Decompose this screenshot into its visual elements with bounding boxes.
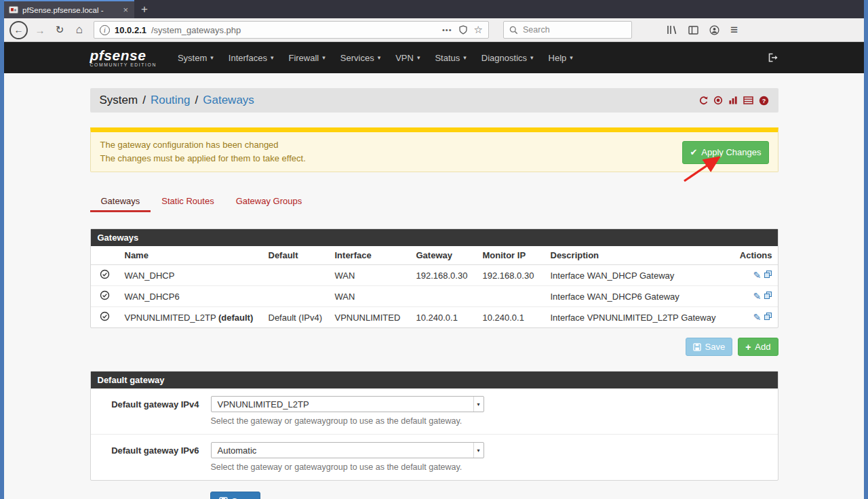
url-host: 10.0.2.1 bbox=[115, 25, 146, 35]
shield-icon[interactable] bbox=[458, 25, 468, 35]
table-row: WAN_DHCP WAN 192.168.0.30 192.168.0.30 I… bbox=[91, 265, 778, 286]
search-icon bbox=[509, 26, 518, 35]
pfsense-logo[interactable]: pfsense COMMUNITY EDITION bbox=[90, 49, 157, 67]
ipv4-help-text: Select the gateway or gatewaygroup to us… bbox=[211, 416, 778, 426]
forward-icon[interactable]: → bbox=[33, 24, 47, 36]
pfsense-favicon bbox=[9, 5, 18, 15]
edit-icon[interactable]: ✎ bbox=[753, 270, 762, 281]
nav-item-vpn[interactable]: VPN▾ bbox=[388, 53, 427, 63]
copy-icon[interactable] bbox=[764, 270, 772, 279]
new-tab-button[interactable]: + bbox=[134, 0, 155, 18]
save-gateways-button[interactable]: Save bbox=[686, 338, 733, 356]
chart-bar-icon[interactable] bbox=[728, 96, 738, 105]
gateways-table: Name Default Interface Gateway Monitor I… bbox=[91, 246, 778, 327]
chevron-down-icon: ▾ bbox=[210, 54, 214, 61]
default-gateway-ipv4-select[interactable]: VPNUNLIMITED_L2TP ▾ bbox=[211, 396, 484, 412]
bookmark-star-icon[interactable]: ☆ bbox=[474, 24, 483, 36]
page-tabs: Gateways Static Routes Gateway Groups bbox=[90, 191, 778, 212]
gateway-enabled-icon bbox=[100, 311, 110, 321]
breadcrumb-link-gateways[interactable]: Gateways bbox=[203, 94, 254, 107]
browser-window: pfSense.pfsense.local - × + ← → ↻ ⌂ i 10… bbox=[4, 0, 864, 499]
apply-changes-alert: The gateway configuration has been chang… bbox=[90, 127, 778, 172]
chevron-down-icon: ▾ bbox=[570, 54, 573, 61]
copy-icon[interactable] bbox=[764, 291, 772, 300]
search-box[interactable] bbox=[503, 21, 632, 39]
add-gateway-button[interactable]: + Add bbox=[738, 338, 778, 356]
apply-changes-button[interactable]: ✔ Apply Changes bbox=[682, 141, 768, 164]
save-default-gateway-button[interactable]: Save bbox=[210, 492, 261, 499]
breadcrumb: System / Routing / Gateways ? bbox=[90, 88, 778, 113]
library-icon[interactable] bbox=[667, 25, 677, 35]
select-caret-icon: ▾ bbox=[473, 443, 484, 458]
tab-gateway-groups[interactable]: Gateway Groups bbox=[225, 191, 313, 212]
select-caret-icon: ▾ bbox=[473, 397, 484, 412]
status-dot-icon[interactable] bbox=[713, 96, 723, 105]
default-gateway-panel-title: Default gateway bbox=[91, 372, 778, 388]
svg-text:?: ? bbox=[762, 97, 766, 104]
chevron-down-icon: ▾ bbox=[463, 54, 467, 61]
copy-icon[interactable] bbox=[764, 312, 772, 321]
url-path: /system_gateways.php bbox=[151, 25, 241, 35]
search-input[interactable] bbox=[523, 25, 611, 35]
nav-item-status[interactable]: Status▾ bbox=[427, 53, 473, 63]
tab-title: pfSense.pfsense.local - bbox=[22, 6, 117, 14]
gateway-name: VPNUNLIMITED_L2TP (default) bbox=[119, 307, 263, 328]
nav-item-interfaces[interactable]: Interfaces▾ bbox=[221, 53, 281, 63]
nav-item-services[interactable]: Services▾ bbox=[333, 53, 388, 63]
tab-close-icon[interactable]: × bbox=[121, 5, 130, 15]
col-name: Name bbox=[119, 246, 263, 265]
breadcrumb-section: System bbox=[100, 94, 138, 107]
default-gateway-ipv6-select[interactable]: Automatic ▾ bbox=[211, 442, 484, 458]
table-row: VPNUNLIMITED_L2TP (default) Default (IPv… bbox=[91, 307, 778, 328]
nav-item-firewall[interactable]: Firewall▾ bbox=[281, 53, 332, 63]
gateway-enabled-icon bbox=[100, 290, 110, 300]
browser-tab[interactable]: pfSense.pfsense.local - × bbox=[4, 0, 134, 18]
edit-icon[interactable]: ✎ bbox=[753, 312, 762, 323]
gateway-name: WAN_DHCP bbox=[119, 265, 263, 286]
col-description: Description bbox=[545, 246, 734, 265]
col-gateway: Gateway bbox=[411, 246, 477, 265]
table-log-icon[interactable] bbox=[743, 96, 753, 105]
nav-item-system[interactable]: System▾ bbox=[170, 53, 221, 63]
plus-icon: + bbox=[745, 343, 751, 351]
ipv4-label: Default gateway IPv4 bbox=[91, 396, 199, 426]
breadcrumb-link-routing[interactable]: Routing bbox=[151, 94, 191, 107]
hamburger-menu-icon[interactable]: ≡ bbox=[730, 22, 738, 37]
chevron-down-icon: ▾ bbox=[417, 54, 420, 61]
col-default: Default bbox=[263, 246, 330, 265]
tab-static-routes[interactable]: Static Routes bbox=[151, 191, 224, 212]
check-icon: ✔ bbox=[690, 146, 697, 159]
col-actions: Actions bbox=[734, 246, 778, 265]
default-gateway-panel: Default gateway Default gateway IPv4 VPN… bbox=[90, 371, 778, 481]
col-interface: Interface bbox=[330, 246, 411, 265]
refresh-icon[interactable] bbox=[698, 96, 708, 105]
home-icon[interactable]: ⌂ bbox=[72, 23, 87, 37]
back-icon[interactable]: ← bbox=[9, 21, 28, 39]
pfsense-navbar: pfsense COMMUNITY EDITION System▾ Interf… bbox=[4, 42, 864, 73]
reload-icon[interactable]: ↻ bbox=[52, 24, 67, 36]
ipv6-help-text: Select the gateway or gatewaygroup to us… bbox=[211, 462, 778, 472]
account-icon[interactable] bbox=[709, 25, 719, 35]
table-header-row: Name Default Interface Gateway Monitor I… bbox=[91, 246, 778, 265]
site-info-icon[interactable]: i bbox=[100, 25, 110, 35]
gateway-enabled-icon bbox=[100, 269, 110, 279]
page-actions-icon[interactable]: ••• bbox=[442, 26, 452, 34]
edit-icon[interactable]: ✎ bbox=[753, 291, 762, 302]
alert-line-2: The changes must be applied for them to … bbox=[100, 152, 768, 165]
pfsense-page: pfsense COMMUNITY EDITION System▾ Interf… bbox=[4, 42, 864, 499]
url-bar[interactable]: i 10.0.2.1/system_gateways.php ••• ☆ bbox=[94, 21, 489, 39]
nav-item-help[interactable]: Help▾ bbox=[541, 53, 580, 63]
nav-item-diagnostics[interactable]: Diagnostics▾ bbox=[474, 53, 541, 63]
tab-gateways[interactable]: Gateways bbox=[90, 191, 151, 212]
chevron-down-icon: ▾ bbox=[322, 54, 326, 61]
ipv6-label: Default gateway IPv6 bbox=[91, 442, 199, 472]
gateway-name: WAN_DHCP6 bbox=[119, 286, 263, 307]
help-icon[interactable]: ? bbox=[759, 96, 769, 106]
sidebar-toggle-icon[interactable] bbox=[688, 26, 698, 35]
chevron-down-icon: ▾ bbox=[378, 54, 381, 61]
chevron-down-icon: ▾ bbox=[530, 54, 534, 61]
col-monitor: Monitor IP bbox=[477, 246, 545, 265]
gateways-panel: Gateways Name Default Interface Gateway … bbox=[90, 228, 778, 328]
gateways-panel-title: Gateways bbox=[91, 229, 778, 246]
logout-icon[interactable] bbox=[768, 53, 778, 62]
